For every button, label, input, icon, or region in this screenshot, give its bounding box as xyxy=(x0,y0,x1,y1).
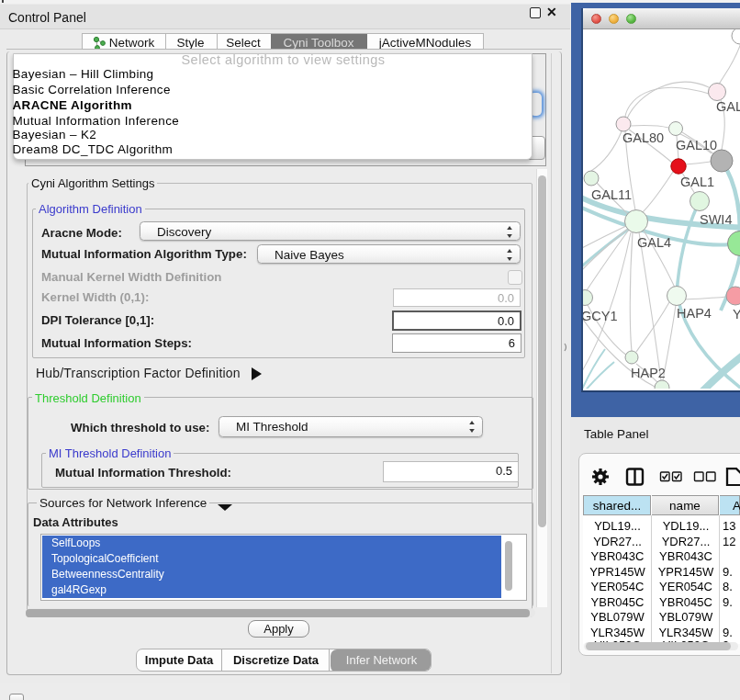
svg-text:HAP4: HAP4 xyxy=(677,306,712,321)
svg-text:GAL80: GAL80 xyxy=(622,130,664,145)
svg-text:YE: YE xyxy=(733,307,740,322)
svg-text:HAP2: HAP2 xyxy=(631,366,666,380)
svg-text:GAL11: GAL11 xyxy=(591,187,632,202)
svg-text:GAL10: GAL10 xyxy=(676,138,717,152)
svg-text:GAL1: GAL1 xyxy=(680,175,714,189)
svg-text:SWI4: SWI4 xyxy=(700,212,732,227)
svg-text:GAL7: GAL7 xyxy=(716,99,740,114)
svg-text:GAL4: GAL4 xyxy=(637,235,671,250)
svg-text:GCY1: GCY1 xyxy=(583,309,618,323)
